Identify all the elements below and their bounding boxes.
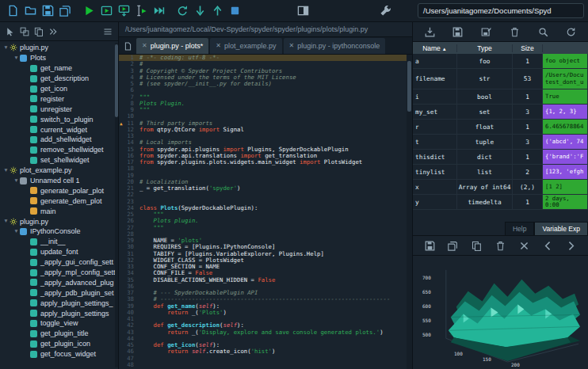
remove-plot-button[interactable] [493, 238, 507, 253]
variable-type-cell[interactable]: float [457, 120, 513, 134]
outline-item-plots[interactable]: ▼Plots [0, 53, 118, 63]
outline-item-generate_polar_plot[interactable]: generate_polar_plot [0, 185, 118, 196]
variable-size-cell[interactable]: 1 [513, 150, 543, 164]
column-header-type[interactable]: Type [457, 44, 513, 52]
step-into-button[interactable] [191, 2, 208, 20]
outline-item-_apply_mpl_config_sett[interactable]: _apply_mpl_config_sett [0, 268, 118, 278]
variable-value-cell[interactable]: [1 2] [543, 180, 588, 194]
run-selection-button[interactable] [132, 2, 150, 20]
outline-item-toggle_view[interactable]: toggle_view [0, 318, 118, 329]
variable-name-cell[interactable]: my_set [413, 105, 457, 119]
outline-item-plugin-py[interactable]: ▼plugin.py [0, 216, 118, 226]
variable-name-cell[interactable]: tinylist [413, 165, 457, 179]
outline-item-get_icon[interactable]: get_icon [0, 84, 118, 94]
refresh-variables-button[interactable] [564, 25, 578, 39]
variable-value-cell[interactable]: /Users/Docu test_dont_u [543, 69, 588, 89]
variable-type-cell[interactable]: timedelta [457, 195, 513, 209]
show-all-files-button[interactable] [32, 25, 46, 39]
outline-item-_apply_gui_config_sett[interactable]: _apply_gui_config_sett [0, 257, 118, 268]
variable-value-cell[interactable]: 2 days, 0:00 [543, 195, 588, 209]
variable-value-cell[interactable]: {1, 2, 3} [543, 105, 588, 119]
expand-arrow-icon[interactable]: ▼ [2, 216, 10, 226]
variable-row-t[interactable]: ttuple3('abcd', 74 [413, 135, 588, 150]
new-file-button[interactable] [4, 2, 21, 20]
step-return-button[interactable] [208, 2, 226, 20]
close-tab-icon[interactable]: ✕ [216, 43, 221, 49]
variable-size-cell[interactable]: 2 [513, 165, 543, 179]
open-file-button[interactable] [21, 2, 39, 20]
outline-item-get_description[interactable]: get_description [0, 74, 118, 84]
outline-item-add_shellwidget[interactable]: add_shellwidget [0, 135, 118, 145]
outline-item-__init__[interactable]: __init__ [0, 237, 118, 247]
dock-tab-variable-exp[interactable]: Variable Exp [534, 222, 588, 235]
rerun-cell-button[interactable] [174, 2, 191, 20]
variable-type-cell[interactable]: bool [457, 89, 513, 104]
variable-name-cell[interactable]: a [413, 54, 457, 68]
variable-size-cell[interactable]: (2,) [513, 180, 543, 194]
column-header-size[interactable]: Size [513, 44, 543, 52]
outline-item-update_font[interactable]: update_font [0, 247, 118, 257]
outline-item-ipythonconsole[interactable]: ▼IPythonConsole [0, 226, 118, 237]
variable-type-cell[interactable]: tuple [457, 135, 513, 149]
outline-item-apply_plugin_settings_[interactable]: apply_plugin_settings_ [0, 298, 118, 308]
outline-item-generate_dem_plot[interactable]: generate_dem_plot [0, 196, 118, 206]
follow-cursor-button[interactable] [46, 25, 60, 39]
editor-scrollbar[interactable] [407, 55, 412, 369]
variable-type-cell[interactable]: Array of int64 [457, 180, 513, 194]
variable-name-cell[interactable]: r [413, 120, 457, 134]
variable-row-thisdict[interactable]: thisdictdict1{'brand':'F [413, 150, 588, 165]
variable-row-i[interactable]: ibool1True [413, 89, 588, 105]
expand-arrow-icon[interactable]: ▼ [13, 226, 20, 237]
variable-size-cell[interactable]: 1 [513, 54, 543, 68]
outline-item-plugin-py[interactable]: ▼plugin.py [0, 43, 118, 53]
variable-name-cell[interactable]: t [413, 135, 457, 149]
outline-item-register[interactable]: register [0, 93, 118, 104]
variable-type-cell[interactable]: dict [457, 150, 513, 164]
show-absolute-path-button[interactable] [17, 25, 32, 39]
browse-tabs-button[interactable] [120, 39, 135, 53]
run-cell-advance-button[interactable] [115, 2, 132, 20]
close-plot-button[interactable] [517, 238, 531, 253]
editor-scrollbar-thumb[interactable] [407, 61, 411, 112]
variable-value-cell[interactable]: True [543, 89, 588, 104]
variable-row-y[interactable]: ytimedelta12 days, 0:00 [413, 195, 588, 210]
run-cell-button[interactable] [97, 2, 115, 20]
variable-size-cell[interactable]: 3 [513, 135, 543, 149]
expand-arrow-icon[interactable]: ▼ [2, 165, 10, 176]
run-file-button[interactable] [80, 2, 97, 20]
save-file-button[interactable] [39, 2, 56, 20]
variable-size-cell[interactable]: 53 [513, 69, 543, 89]
dock-tab-help[interactable]: Help [505, 222, 534, 235]
outline-item-set_shellwidget[interactable]: set_shellwidget [0, 155, 118, 165]
variable-row-tinylist[interactable]: tinylistlist2[123, 'efgh [413, 165, 588, 180]
variable-type-cell[interactable]: set [457, 105, 513, 119]
outline-item-get_plugin_icon[interactable]: get_plugin_icon [0, 339, 118, 349]
variable-size-cell[interactable]: 1 [513, 120, 543, 134]
variable-value-cell[interactable]: [123, 'efgh [543, 165, 588, 179]
previous-plot-button[interactable] [540, 238, 555, 253]
variable-name-cell[interactable]: filename [413, 69, 457, 89]
editor-tab[interactable]: ✕plugin.py - ipythonconsole [284, 38, 386, 54]
next-plot-button[interactable] [564, 238, 578, 253]
go-to-cursor-position-button[interactable] [3, 25, 17, 39]
working-directory-input[interactable]: /Users/juanitagomez/Documents/Spyd [418, 3, 584, 18]
import-data-button[interactable] [422, 25, 437, 39]
preferences-button[interactable] [376, 2, 394, 20]
variable-size-cell[interactable]: 1 [513, 195, 543, 209]
variable-value-cell[interactable]: {'brand':'F [543, 150, 588, 164]
search-variables-button[interactable] [536, 25, 550, 39]
close-tab-icon[interactable]: ✕ [289, 43, 295, 49]
outline-item-remove_shellwidget[interactable]: remove_shellwidget [0, 145, 118, 155]
outline-item-_apply_advanced_plug[interactable]: _apply_advanced_plug [0, 277, 118, 287]
variable-name-cell[interactable]: x [413, 180, 457, 194]
expand-arrow-icon[interactable]: ▼ [2, 43, 10, 53]
variable-value-cell[interactable]: ('abcd', 74 [543, 135, 588, 149]
remove-all-variables-button[interactable] [507, 25, 521, 39]
outline-item-get_focus_widget[interactable]: get_focus_widget [0, 349, 118, 359]
variable-name-cell[interactable]: i [413, 89, 457, 104]
outline-item-current_widget[interactable]: current_widget [0, 124, 118, 135]
variable-size-cell[interactable]: 3 [513, 105, 543, 119]
variable-row-filename[interactable]: filenamestr53/Users/Docu test_dont_u [413, 69, 588, 89]
outline-options-menu-button[interactable] [101, 25, 115, 39]
save-plot-button[interactable] [422, 238, 437, 253]
